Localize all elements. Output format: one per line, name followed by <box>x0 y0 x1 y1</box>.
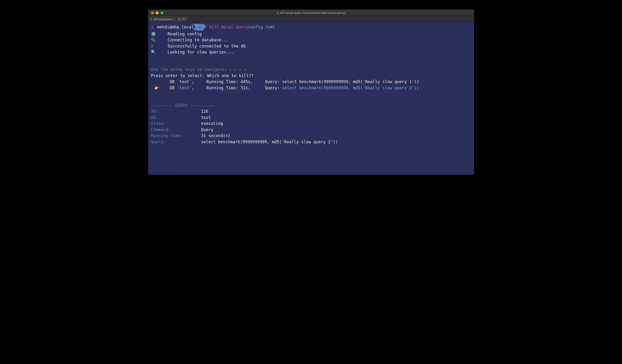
status-text: Reading config <box>168 31 202 37</box>
terminal-content[interactable]: xmehdi@mbp.local~kill-mysql-query config… <box>148 22 474 175</box>
tab-kill-mysql-query[interactable]: ✕ kill-mysql-query /… 🔔 ⌘1 <box>148 16 189 22</box>
status-line: 🔍Looking for slow queries... <box>151 49 471 56</box>
prompt-status-icon: x <box>151 24 153 30</box>
gear-icon: ⚙️ <box>151 31 168 37</box>
query-list-item[interactable]: DB `test`, Running Time: 445s, Query: se… <box>151 79 471 85</box>
minimize-window-button[interactable] <box>156 11 159 14</box>
detail-value: select benchmark(9999999999, md5('Really… <box>201 139 338 145</box>
status-text: Successfully connected to the db <box>168 43 246 49</box>
tabbar: ✕ kill-mysql-query /… 🔔 ⌘1 <box>148 16 474 22</box>
bell-icon: 🔔 <box>178 18 181 20</box>
status-text: Connecting to database... <box>168 37 229 43</box>
command-arg: config.toml <box>248 24 275 30</box>
query-db: test <box>179 85 189 90</box>
detail-row-running-time: Running Time:31 second(s) <box>151 133 471 139</box>
detail-label: Running Time: <box>151 133 201 139</box>
detail-label: State: <box>151 121 201 127</box>
query-text: select benchmark(9999999999, md5('Really… <box>282 85 419 90</box>
detail-value: test <box>201 115 211 121</box>
lightning-icon: ⚡ <box>151 43 168 49</box>
prompt-user-host: mehdi@mbp.local <box>157 24 194 30</box>
traffic-lights <box>151 11 163 14</box>
detail-row-db: DB:test <box>151 115 471 121</box>
tab-shortcut: ⌘1 <box>182 18 186 20</box>
query-db: test <box>179 79 189 84</box>
magnifier-icon: 🔍 <box>151 49 168 56</box>
close-window-button[interactable] <box>151 11 154 14</box>
command-name: kill-mysql-query <box>209 24 248 30</box>
detail-row-command: Command:Query <box>151 127 471 133</box>
detail-value: 126 <box>201 108 209 115</box>
query-list-item[interactable]: 👉 DB `test`, Running Time: 31s, Query: s… <box>151 85 471 91</box>
detail-value: 31 second(s) <box>201 133 231 139</box>
query-section-header: --------- QUERY ---------- <box>151 102 471 109</box>
detail-label: Query: <box>151 139 201 145</box>
detail-label: ID: <box>151 108 201 115</box>
pointer-icon: 👉 <box>151 85 162 91</box>
tab-label: kill-mysql-query /… <box>154 18 176 20</box>
status-line: 🔌Connecting to database... <box>151 37 471 43</box>
detail-row-query: Query:select benchmark(9999999999, md5('… <box>151 139 471 145</box>
tab-close-icon[interactable]: ✕ <box>151 18 153 20</box>
detail-row-id: ID:126 <box>151 108 471 115</box>
status-line: ⚡Successfully connected to the db <box>151 43 471 49</box>
titlebar[interactable]: 2. kill-mysql-query /Users/mehdi (kill-m… <box>148 10 474 16</box>
terminal-window: 2. kill-mysql-query /Users/mehdi (kill-m… <box>148 10 474 175</box>
prompt-line: xmehdi@mbp.local~kill-mysql-query config… <box>151 24 471 31</box>
detail-value: Query <box>201 127 213 133</box>
query-running-time: 445s <box>241 79 250 84</box>
status-text: Looking for slow queries... <box>168 49 233 56</box>
detail-value: executing <box>201 121 223 127</box>
detail-label: Command: <box>151 127 201 133</box>
maximize-window-button[interactable] <box>160 11 163 14</box>
prompt-cwd: ~ <box>196 24 203 31</box>
plug-icon: 🔌 <box>151 37 168 43</box>
detail-label: DB: <box>151 115 201 121</box>
query-running-time: 31s <box>241 85 248 90</box>
nav-hint: Use the arrow keys to navigate: ↓ ↑ → ← <box>151 67 471 73</box>
detail-row-state: State:executing <box>151 121 471 127</box>
status-line: ⚙️Reading config <box>151 31 471 37</box>
window-title: 2. kill-mysql-query /Users/mehdi (kill-m… <box>148 11 474 15</box>
query-text: select benchmark(9999999999, md5('Really… <box>282 79 419 84</box>
select-prompt: Press enter to select. Which one to kill… <box>151 73 254 78</box>
